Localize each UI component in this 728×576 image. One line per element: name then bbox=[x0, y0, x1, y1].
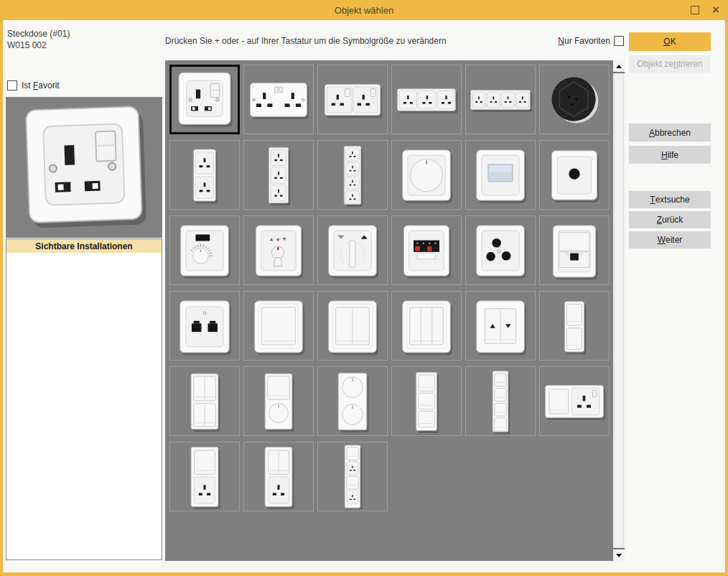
grid-item-speaker-terminal[interactable] bbox=[391, 215, 462, 285]
grid-item-key-switch[interactable] bbox=[243, 215, 314, 285]
nur-favoriten-label: Nur Favoriten bbox=[558, 36, 610, 46]
center-object-button: Objekt zentrieren bbox=[629, 55, 711, 73]
scroll-down-arrow-icon[interactable] bbox=[613, 548, 625, 561]
grid-item-switch-socket-vertical[interactable] bbox=[169, 442, 240, 511]
visible-installations-header: Sichtbare Installationen bbox=[6, 239, 162, 253]
cancel-button[interactable]: Abbrechen bbox=[629, 124, 711, 141]
grid-item-display-thermostat[interactable] bbox=[465, 140, 536, 210]
grid-item-single-switch[interactable] bbox=[243, 291, 314, 361]
grid-item-triple-switch-vertical[interactable] bbox=[391, 366, 462, 436]
grid-item-round-floor-socket[interactable] bbox=[539, 65, 610, 134]
grid-item-shutter-rotary-switch[interactable] bbox=[317, 215, 388, 285]
object-grid bbox=[165, 60, 625, 561]
grid-item-quad-socket-vertical[interactable] bbox=[317, 140, 388, 210]
grid-item-double-socket-vertical[interactable] bbox=[169, 140, 240, 210]
nur-favoriten-checkbox[interactable] bbox=[614, 36, 624, 46]
grid-item-double-socket-framed[interactable] bbox=[317, 65, 388, 134]
grid-item-two-double-switches-vertical[interactable] bbox=[169, 366, 240, 436]
grid-item-quad-switch-vertical-narrow[interactable] bbox=[465, 366, 536, 436]
grid-item-dial-thermostat[interactable] bbox=[169, 215, 240, 285]
close-icon[interactable]: × bbox=[712, 4, 719, 16]
object-name-label: Steckdose (#01) bbox=[7, 29, 70, 39]
dialog-objekt-waehlen: Objekt wählen × Steckdose (#01) W015 002… bbox=[0, 0, 728, 576]
vertical-scrollbar[interactable] bbox=[613, 60, 625, 561]
grid-item-double-dimmer-vertical[interactable] bbox=[317, 366, 388, 436]
object-grid-cells bbox=[165, 60, 613, 561]
text-search-button[interactable]: Textsuche bbox=[629, 191, 711, 208]
is-favorit-label: Ist Favorit bbox=[22, 80, 60, 90]
grid-item-switch-socket-quad-vertical[interactable] bbox=[317, 442, 388, 511]
instruction-text: Drücken Sie + oder - auf Ihrer Tastatur … bbox=[165, 36, 447, 46]
next-button[interactable]: Weiter bbox=[629, 231, 711, 248]
title-bar[interactable]: Objekt wählen × bbox=[0, 0, 728, 20]
grid-item-data-socket-angled[interactable] bbox=[539, 215, 610, 285]
grid-item-triple-socket-strip[interactable] bbox=[391, 65, 462, 134]
grid-item-double-switch-socket-vertical[interactable] bbox=[243, 442, 314, 511]
back-button[interactable]: Zurück bbox=[629, 211, 711, 228]
dialog-body: Steckdose (#01) W015 002 Ist Favorit Sic… bbox=[3, 20, 725, 572]
grid-item-antenna-socket[interactable] bbox=[465, 215, 536, 285]
is-favorit-row: Ist Favorit bbox=[7, 80, 60, 90]
is-favorit-checkbox[interactable] bbox=[7, 80, 17, 90]
grid-item-double-socket-switched[interactable] bbox=[243, 65, 314, 134]
grid-item-rotary-dimmer[interactable] bbox=[391, 140, 462, 210]
object-preview bbox=[6, 97, 162, 238]
scroll-up-arrow-icon[interactable] bbox=[613, 60, 625, 73]
grid-item-switch-dimmer-combo[interactable] bbox=[243, 366, 314, 436]
grid-item-double-data-socket[interactable] bbox=[169, 291, 240, 361]
grid-item-double-switch-vertical-narrow[interactable] bbox=[539, 291, 610, 361]
grid-item-quad-socket-strip[interactable] bbox=[465, 65, 536, 134]
grid-item-single-hole-socket[interactable] bbox=[539, 140, 610, 210]
grid-item-single-socket-switched[interactable] bbox=[169, 65, 240, 134]
window-title: Objekt wählen bbox=[0, 0, 728, 20]
help-button[interactable]: Hilfe bbox=[629, 146, 711, 164]
visible-installations-list[interactable]: Sichtbare Installationen bbox=[6, 238, 162, 560]
grid-item-shutter-switch-arrows[interactable] bbox=[465, 291, 536, 361]
grid-item-switch-socket-combo[interactable] bbox=[539, 366, 610, 436]
object-code-label: W015 002 bbox=[7, 40, 47, 50]
maximize-icon[interactable] bbox=[691, 6, 699, 14]
grid-item-double-switch[interactable] bbox=[317, 291, 388, 361]
scrollbar-thumb[interactable] bbox=[614, 73, 624, 548]
grid-item-triple-switch[interactable] bbox=[391, 291, 462, 361]
grid-item-triple-socket-vertical[interactable] bbox=[243, 140, 314, 210]
ok-button[interactable]: OK bbox=[629, 32, 711, 51]
nur-favoriten-row: Nur Favoriten bbox=[558, 36, 624, 46]
